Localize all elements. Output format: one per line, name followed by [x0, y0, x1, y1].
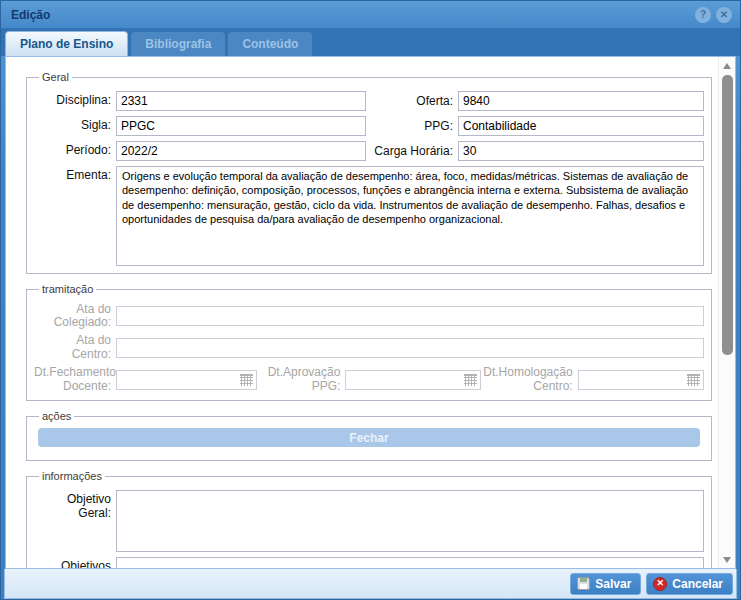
salvar-button-label: Salvar	[595, 577, 631, 591]
objetivos-label: Objetivos	[34, 557, 116, 568]
calendar-icon	[464, 374, 477, 386]
objetivos-field[interactable]	[116, 557, 704, 568]
scrollbar-track[interactable]	[719, 74, 736, 551]
dt-aprovacao-group: Dt.Aprovação PPG:	[257, 366, 480, 394]
ata-centro-label: Ata do Centro:	[34, 334, 116, 360]
row-datas: Dt.Fechamento Docente: Dt.Aprovação PPG:	[34, 366, 704, 394]
oferta-field[interactable]	[458, 91, 704, 111]
salvar-button[interactable]: Salvar	[570, 573, 641, 595]
scrollbar-thumb[interactable]	[722, 75, 733, 355]
scroll-up-button[interactable]	[719, 57, 736, 74]
row-ata-centro: Ata do Centro:	[34, 334, 704, 360]
dt-fechamento-label: Dt.Fechamento Docente:	[34, 366, 116, 394]
fieldset-geral-legend: Geral	[39, 71, 72, 83]
dt-homologacao-field	[578, 370, 704, 390]
calendar-icon	[240, 374, 253, 386]
cancelar-button-label: Cancelar	[672, 577, 723, 591]
dt-fechamento-group: Dt.Fechamento Docente:	[34, 366, 257, 394]
dialog-footer: Salvar ✕ Cancelar	[4, 569, 737, 599]
dt-aprovacao-field	[345, 370, 480, 390]
dt-homologacao-group: Dt.Homologação Centro:	[481, 366, 704, 394]
row-ementa: Ementa: Origens e evolução temporal da a…	[34, 166, 704, 266]
dt-aprovacao-label: Dt.Aprovação PPG:	[257, 366, 345, 394]
scroll-down-button[interactable]	[719, 551, 736, 568]
edit-dialog: Edição ? ✕ Plano de Ensino Bibliografia …	[0, 0, 741, 600]
periodo-field[interactable]	[116, 141, 366, 161]
periodo-label: Período:	[34, 144, 116, 157]
ata-centro-field	[116, 338, 704, 358]
row-ata-colegiado: Ata do Colegiado:	[34, 303, 704, 329]
ementa-field[interactable]: Origens e evolução temporal da avaliação…	[116, 166, 704, 266]
carga-horaria-field[interactable]	[458, 141, 704, 161]
dt-aprovacao-datefield	[345, 370, 480, 390]
sigla-field[interactable]	[116, 116, 366, 136]
fieldset-tramitacao-legend: tramitação	[39, 283, 96, 295]
fieldset-tramitacao: tramitação Ata do Colegiado: Ata do Cent…	[26, 283, 712, 401]
dialog-titlebar: Edição ? ✕	[1, 1, 740, 28]
vertical-scrollbar	[718, 57, 735, 568]
fieldset-geral: Geral Disciplina: Oferta: Sigla: PPG: Pe…	[26, 71, 712, 274]
dialog-body: Geral Disciplina: Oferta: Sigla: PPG: Pe…	[5, 56, 736, 569]
ata-colegiado-field	[116, 306, 704, 326]
dialog-title: Edição	[11, 8, 690, 22]
tab-conteudo: Conteúdo	[228, 32, 312, 56]
row-disciplina-oferta: Disciplina: Oferta:	[34, 91, 704, 111]
tab-bibliografia: Bibliografia	[131, 32, 225, 56]
sigla-label: Sigla:	[34, 119, 116, 132]
disciplina-field[interactable]	[116, 91, 366, 111]
disciplina-label: Disciplina:	[34, 94, 116, 107]
row-sigla-ppg: Sigla: PPG:	[34, 116, 704, 136]
fechar-button: Fechar	[38, 428, 700, 447]
arrow-down-icon	[723, 557, 731, 563]
ppg-field[interactable]	[458, 116, 704, 136]
fieldset-informacoes: informações Objetivo Geral: Objetivos	[26, 470, 712, 568]
plano-form: Geral Disciplina: Oferta: Sigla: PPG: Pe…	[6, 57, 718, 568]
row-objetivos: Objetivos	[34, 557, 704, 568]
cancel-x-icon: ✕	[653, 577, 667, 591]
objetivo-geral-field[interactable]	[116, 490, 704, 552]
fieldset-acoes-legend: ações	[39, 410, 74, 422]
tab-plano-de-ensino[interactable]: Plano de Ensino	[5, 31, 128, 56]
dt-fechamento-field	[116, 370, 257, 390]
carga-horaria-label: Carga Horária:	[366, 144, 458, 158]
cancelar-button[interactable]: ✕ Cancelar	[646, 573, 733, 595]
tab-bar: Plano de Ensino Bibliografia Conteúdo	[1, 28, 740, 56]
dt-fechamento-datefield	[116, 370, 257, 390]
row-periodo-carga: Período: Carga Horária:	[34, 141, 704, 161]
fieldset-acoes: ações Fechar	[26, 410, 712, 461]
calendar-icon	[687, 374, 700, 386]
arrow-up-icon	[723, 63, 731, 69]
fieldset-informacoes-legend: informações	[39, 470, 105, 482]
help-icon[interactable]: ?	[695, 7, 711, 23]
oferta-label: Oferta:	[366, 94, 458, 108]
objetivo-geral-label: Objetivo Geral:	[34, 490, 116, 519]
dt-homologacao-datefield	[578, 370, 704, 390]
row-objetivo-geral: Objetivo Geral:	[34, 490, 704, 552]
ppg-label: PPG:	[366, 119, 458, 133]
close-icon[interactable]: ✕	[716, 7, 732, 23]
ementa-label: Ementa:	[34, 166, 116, 182]
ata-colegiado-label: Ata do Colegiado:	[34, 303, 116, 329]
dt-homologacao-label: Dt.Homologação Centro:	[481, 366, 578, 394]
save-floppy-icon	[577, 577, 590, 590]
